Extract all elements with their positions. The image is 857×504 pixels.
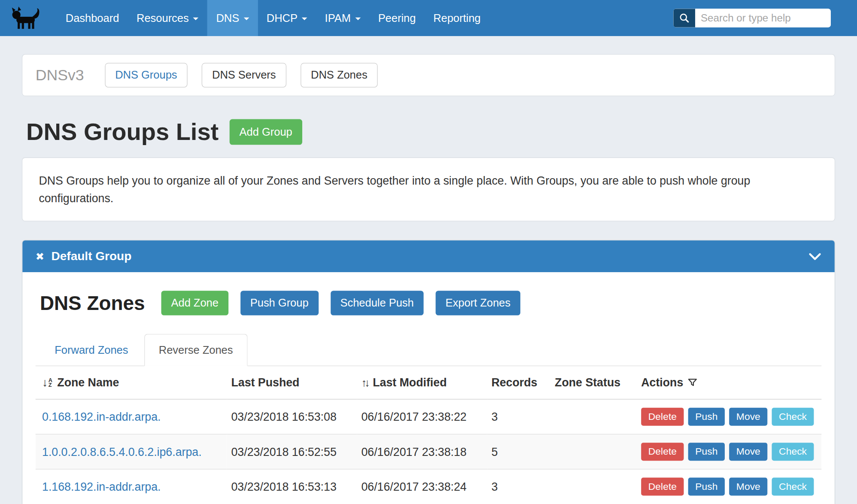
nav-item-peering[interactable]: Peering	[369, 0, 424, 36]
top-navbar: DashboardResourcesDNSDHCPIPAMPeeringRepo…	[0, 0, 857, 36]
cell-records: 3	[487, 469, 550, 504]
col-actions: Actions	[637, 366, 821, 399]
subnav-buttons: DNS GroupsDNS ServersDNS Zones	[105, 63, 378, 87]
search-button[interactable]	[673, 9, 695, 27]
cell-records: 3	[487, 399, 550, 434]
add-zone-button[interactable]: Add Zone	[161, 291, 228, 315]
search-box	[673, 9, 831, 27]
zone-link[interactable]: 0.168.192.in-addr.arpa.	[42, 410, 161, 422]
move-button[interactable]: Move	[729, 478, 767, 496]
subnav-button-dns-zones[interactable]: DNS Zones	[301, 63, 378, 87]
subnav-title: DNSv3	[36, 67, 84, 84]
default-group-panel: ✖ Default Group DNS Zones Add ZonePush G…	[22, 240, 835, 504]
cell-last-pushed: 03/23/2018 16:52:55	[227, 434, 357, 469]
col-zone-status: Zone Status	[550, 366, 637, 399]
table-row: 1.0.0.2.0.8.6.5.4.0.6.2.ip6.arpa. 03/23/…	[36, 434, 822, 469]
nav-item-ipam[interactable]: IPAM	[316, 0, 369, 36]
caret-down-icon	[243, 17, 249, 20]
cell-actions: DeletePushMoveCheck	[637, 469, 821, 504]
sort-icon[interactable]: ↑↓	[361, 376, 368, 389]
delete-button[interactable]: Delete	[641, 443, 684, 461]
push-group-button[interactable]: Push Group	[240, 291, 319, 315]
cell-records: 5	[487, 434, 550, 469]
nav-item-resources[interactable]: Resources	[128, 0, 207, 36]
zone-action-buttons: Add ZonePush GroupSchedule PushExport Zo…	[161, 291, 520, 315]
zones-tabs: Forward ZonesReverse Zones	[36, 334, 822, 366]
tab-reverse-zones[interactable]: Reverse Zones	[144, 334, 247, 366]
caret-down-icon	[355, 17, 361, 20]
cell-zone-status	[550, 469, 637, 504]
main-content: DNSv3 DNS GroupsDNS ServersDNS Zones DNS…	[0, 54, 857, 504]
table-header-row: ↓AZZone Name Last Pushed ↑↓Last Modified…	[36, 366, 822, 399]
push-button[interactable]: Push	[688, 478, 725, 496]
nav-item-dhcp[interactable]: DHCP	[258, 0, 316, 36]
col-last-modified[interactable]: ↑↓Last Modified	[357, 366, 487, 399]
cell-last-modified: 06/16/2017 23:38:18	[357, 434, 487, 469]
group-header: ✖ Default Group	[22, 240, 835, 272]
filter-icon[interactable]	[687, 378, 697, 388]
description-panel: DNS Groups help you to organize all of y…	[22, 158, 835, 222]
close-icon[interactable]: ✖	[36, 251, 44, 261]
delete-button[interactable]: Delete	[641, 478, 684, 496]
push-button[interactable]: Push	[688, 443, 725, 461]
page-title: DNS Groups List	[26, 118, 219, 146]
col-zone-name[interactable]: ↓AZZone Name	[36, 366, 227, 399]
zone-link[interactable]: 1.0.0.2.0.8.6.5.4.0.6.2.ip6.arpa.	[42, 445, 202, 458]
group-body: DNS Zones Add ZonePush GroupSchedule Pus…	[22, 291, 835, 504]
add-group-button[interactable]: Add Group	[230, 119, 302, 145]
table-row: 1.168.192.in-addr.arpa. 03/23/2018 16:53…	[36, 469, 822, 504]
group-title: Default Group	[52, 249, 132, 263]
nav-item-dns[interactable]: DNS	[207, 0, 258, 36]
nav-item-dashboard[interactable]: Dashboard	[57, 0, 128, 36]
search-icon	[679, 12, 690, 23]
chevron-down-icon[interactable]	[808, 252, 822, 260]
cell-actions: DeletePushMoveCheck	[637, 434, 821, 469]
subnav-button-dns-groups[interactable]: DNS Groups	[105, 63, 188, 87]
dns-subnav-panel: DNSv3 DNS GroupsDNS ServersDNS Zones	[22, 54, 835, 96]
check-button[interactable]: Check	[772, 408, 814, 426]
page-title-row: DNS Groups List Add Group	[22, 118, 835, 146]
caret-down-icon	[193, 17, 199, 20]
schedule-push-button[interactable]: Schedule Push	[331, 291, 424, 315]
export-zones-button[interactable]: Export Zones	[436, 291, 520, 315]
zones-heading-row: DNS Zones Add ZonePush GroupSchedule Pus…	[36, 291, 822, 315]
cell-actions: DeletePushMoveCheck	[637, 399, 821, 434]
search-input[interactable]	[695, 9, 831, 27]
app: DashboardResourcesDNSDHCPIPAMPeeringRepo…	[0, 0, 857, 504]
zone-link[interactable]: 1.168.192.in-addr.arpa.	[42, 480, 161, 492]
caret-down-icon	[302, 17, 307, 20]
table-row: 0.168.192.in-addr.arpa. 03/23/2018 16:53…	[36, 399, 822, 434]
cell-last-modified: 06/16/2017 23:38:22	[357, 399, 487, 434]
nav-item-reporting[interactable]: Reporting	[425, 0, 489, 36]
description-text: DNS Groups help you to organize all of y…	[39, 172, 818, 206]
check-button[interactable]: Check	[772, 443, 814, 461]
brand-logo[interactable]	[0, 0, 52, 36]
cat-logo-icon	[9, 5, 43, 31]
zones-table-body: 0.168.192.in-addr.arpa. 03/23/2018 16:53…	[36, 399, 822, 504]
subnav-button-dns-servers[interactable]: DNS Servers	[202, 63, 286, 87]
move-button[interactable]: Move	[729, 443, 767, 461]
col-last-pushed: Last Pushed	[227, 366, 357, 399]
cell-last-pushed: 03/23/2018 16:53:08	[227, 399, 357, 434]
tab-forward-zones[interactable]: Forward Zones	[40, 334, 143, 366]
cell-zone-status	[550, 399, 637, 434]
cell-last-modified: 06/16/2017 23:38:24	[357, 469, 487, 504]
main-nav: DashboardResourcesDNSDHCPIPAMPeeringRepo…	[57, 0, 489, 36]
delete-button[interactable]: Delete	[641, 408, 684, 426]
cell-last-pushed: 03/23/2018 16:53:13	[227, 469, 357, 504]
zones-table: ↓AZZone Name Last Pushed ↑↓Last Modified…	[36, 366, 822, 504]
cell-zone-status	[550, 434, 637, 469]
move-button[interactable]: Move	[729, 408, 767, 426]
push-button[interactable]: Push	[688, 408, 725, 426]
zones-heading: DNS Zones	[40, 291, 145, 314]
sort-alpha-icon[interactable]: ↓AZ	[42, 376, 52, 389]
check-button[interactable]: Check	[772, 478, 814, 496]
col-records: Records	[487, 366, 550, 399]
